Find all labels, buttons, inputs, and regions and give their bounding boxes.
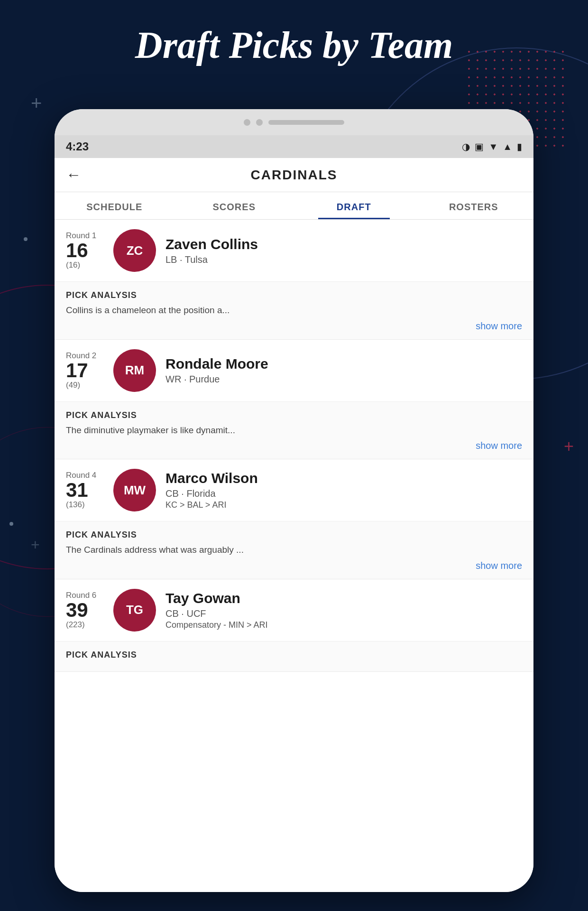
half-circle-icon: ◑ xyxy=(462,141,470,152)
phone-dot-1 xyxy=(244,119,250,126)
analysis-section-2: PICK ANALYSIS The diminutive playmaker i… xyxy=(55,401,533,459)
player-pos-2: WR · Purdue xyxy=(165,374,522,385)
bg-plus-icon-3: + xyxy=(31,536,40,554)
bg-dot-sm2 xyxy=(9,522,13,526)
pick-entry-1: Round 1 16 (16) ZC Zaven Collins LB · Tu… xyxy=(55,220,533,340)
phone-dot-2 xyxy=(256,119,263,126)
analysis-label-2: PICK ANALYSIS xyxy=(66,410,522,420)
analysis-label-3: PICK ANALYSIS xyxy=(66,530,522,540)
bg-plus-icon-2: + xyxy=(564,437,574,456)
player-name-3: Marco Wilson xyxy=(165,470,522,486)
phone-top-bar xyxy=(55,109,533,135)
player-pos-3: CB · Florida xyxy=(165,488,522,499)
player-info-2: Rondale Moore WR · Purdue xyxy=(165,356,522,385)
pick-row-1: Round 1 16 (16) ZC Zaven Collins LB · Tu… xyxy=(55,220,533,281)
pick-num-2: 17 xyxy=(66,361,104,381)
pick-num-1: 16 xyxy=(66,241,104,260)
player-avatar-1: ZC xyxy=(113,229,156,272)
pick-number-block-1: Round 1 16 (16) xyxy=(66,231,104,270)
phone-mockup: 4:23 ◑ ▣ ▼ ▲ ▮ ← CARDINALS SCHEDULE SCOR… xyxy=(55,109,533,892)
team-title: CARDINALS xyxy=(251,167,338,183)
pick-overall-3: (136) xyxy=(66,500,104,510)
page-title: Draft Picks by Team xyxy=(0,24,588,67)
pick-row-4: Round 6 39 (223) TG Tay Gowan CB · UCF C… xyxy=(55,579,533,641)
status-bar: 4:23 ◑ ▣ ▼ ▲ ▮ xyxy=(55,135,533,158)
bg-dot-sm1 xyxy=(24,237,28,241)
player-info-3: Marco Wilson CB · Florida KC > BAL > ARI xyxy=(165,470,522,510)
player-info-1: Zaven Collins LB · Tulsa xyxy=(165,236,522,265)
analysis-text-3: The Cardinals address what was arguably … xyxy=(66,544,522,557)
pick-number-block-4: Round 6 39 (223) xyxy=(66,591,104,630)
phone-notch xyxy=(268,120,344,125)
analysis-section-4: PICK ANALYSIS xyxy=(55,641,533,671)
player-name-2: Rondale Moore xyxy=(165,356,522,372)
pick-num-4: 39 xyxy=(66,600,104,620)
show-more-button-1[interactable]: show more xyxy=(66,321,522,332)
pick-row-3: Round 4 31 (136) MW Marco Wilson CB · Fl… xyxy=(55,459,533,521)
tab-bar: SCHEDULE SCORES DRAFT ROSTERS xyxy=(55,192,533,220)
player-avatar-4: TG xyxy=(113,589,156,632)
back-button[interactable]: ← xyxy=(66,166,81,184)
picks-list: Round 1 16 (16) ZC Zaven Collins LB · Tu… xyxy=(55,220,533,891)
player-info-4: Tay Gowan CB · UCF Compensatory - MIN > … xyxy=(165,590,522,630)
analysis-text-1: Collins is a chameleon at the position a… xyxy=(66,304,522,317)
analysis-label-4: PICK ANALYSIS xyxy=(66,650,522,660)
player-pos-1: LB · Tulsa xyxy=(165,254,522,265)
pick-entry-4: Round 6 39 (223) TG Tay Gowan CB · UCF C… xyxy=(55,579,533,672)
pick-num-3: 31 xyxy=(66,480,104,500)
show-more-button-3[interactable]: show more xyxy=(66,560,522,571)
bg-plus-icon-1: + xyxy=(31,93,42,114)
analysis-label-1: PICK ANALYSIS xyxy=(66,290,522,300)
tab-scores[interactable]: SCORES xyxy=(175,192,294,219)
battery-icon: ▮ xyxy=(517,141,522,152)
pick-overall-2: (49) xyxy=(66,381,104,390)
pick-number-block-2: Round 2 17 (49) xyxy=(66,351,104,390)
pick-row-2: Round 2 17 (49) RM Rondale Moore WR · Pu… xyxy=(55,340,533,401)
wifi-icon: ▼ xyxy=(488,141,498,152)
analysis-text-2: The diminutive playmaker is like dynamit… xyxy=(66,424,522,437)
pick-entry-3: Round 4 31 (136) MW Marco Wilson CB · Fl… xyxy=(55,459,533,579)
sim-icon: ▣ xyxy=(475,141,484,152)
tab-schedule[interactable]: SCHEDULE xyxy=(55,192,175,219)
pick-entry-2: Round 2 17 (49) RM Rondale Moore WR · Pu… xyxy=(55,340,533,460)
pick-overall-1: (16) xyxy=(66,260,104,270)
status-icons: ◑ ▣ ▼ ▲ ▮ xyxy=(462,141,522,152)
player-name-4: Tay Gowan xyxy=(165,590,522,606)
player-trade-3: KC > BAL > ARI xyxy=(165,500,522,510)
player-avatar-3: MW xyxy=(113,469,156,511)
player-trade-4: Compensatory - MIN > ARI xyxy=(165,620,522,630)
analysis-section-1: PICK ANALYSIS Collins is a chameleon at … xyxy=(55,281,533,339)
player-name-1: Zaven Collins xyxy=(165,236,522,252)
status-time: 4:23 xyxy=(66,140,89,153)
app-content: ← CARDINALS SCHEDULE SCORES DRAFT ROSTER… xyxy=(55,158,533,892)
pick-number-block-3: Round 4 31 (136) xyxy=(66,471,104,510)
pick-overall-4: (223) xyxy=(66,620,104,630)
player-avatar-2: RM xyxy=(113,349,156,392)
player-pos-4: CB · UCF xyxy=(165,608,522,619)
tab-rosters[interactable]: ROSTERS xyxy=(414,192,534,219)
signal-icon: ▲ xyxy=(503,141,512,152)
app-header: ← CARDINALS xyxy=(55,158,533,192)
show-more-button-2[interactable]: show more xyxy=(66,440,522,451)
tab-draft[interactable]: DRAFT xyxy=(294,192,414,219)
analysis-section-3: PICK ANALYSIS The Cardinals address what… xyxy=(55,521,533,579)
